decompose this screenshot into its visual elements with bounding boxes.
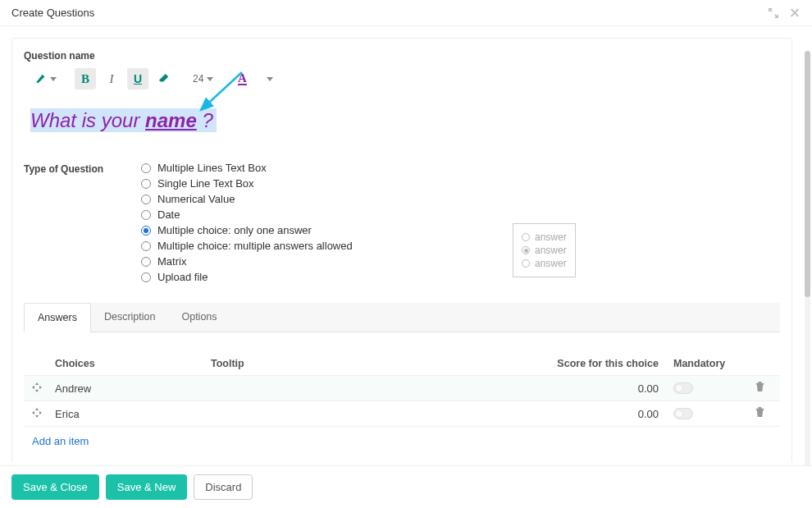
type-option-upload[interactable]: Upload file xyxy=(141,271,353,283)
discard-button[interactable]: Discard xyxy=(194,474,253,500)
style-picker[interactable] xyxy=(30,68,62,89)
radio-label: Multiple Lines Text Box xyxy=(157,162,267,174)
radio-icon xyxy=(522,259,530,268)
save-close-button[interactable]: Save & Close xyxy=(11,474,99,500)
bold-button[interactable]: B xyxy=(75,68,96,89)
mandatory-toggle[interactable] xyxy=(673,408,693,419)
font-size-picker[interactable]: 24 xyxy=(188,68,218,89)
chevron-down-icon xyxy=(267,77,273,81)
drag-handle-icon[interactable] xyxy=(32,382,55,395)
choice-cell[interactable]: Erica xyxy=(55,408,211,420)
answers-table-header: Choices Tooltip Score for this choice Ma… xyxy=(24,352,780,375)
save-new-button[interactable]: Save & New xyxy=(106,474,188,500)
type-option-single-line[interactable]: Single Line Text Box xyxy=(141,177,353,190)
preview-option: answer xyxy=(522,257,567,270)
drag-handle-icon[interactable] xyxy=(32,408,55,420)
scrollbar-track[interactable] xyxy=(805,51,810,508)
footer-actions: Save & Close Save & New Discard xyxy=(0,465,812,508)
radio-label: Date xyxy=(157,208,180,221)
score-cell[interactable]: 0.00 xyxy=(550,382,673,395)
answer-preview-box: answeransweranswer xyxy=(513,223,576,277)
type-option-matrix[interactable]: Matrix xyxy=(141,255,353,268)
type-option-mc-many[interactable]: Multiple choice: multiple answers allowe… xyxy=(141,240,353,252)
answer-row: Erica0.00 xyxy=(24,400,780,426)
col-header-choices: Choices xyxy=(55,358,211,369)
col-header-score: Score for this choice xyxy=(550,358,673,369)
italic-button[interactable]: I xyxy=(101,68,122,89)
radio-label: Matrix xyxy=(157,255,186,268)
font-color-picker[interactable] xyxy=(258,68,279,89)
fullscreen-icon[interactable] xyxy=(768,7,779,19)
radio-icon xyxy=(141,272,151,282)
radio-icon xyxy=(141,257,151,267)
radio-icon xyxy=(141,179,151,189)
underline-button[interactable]: U xyxy=(127,68,148,89)
radio-icon xyxy=(141,163,151,173)
tab-answers[interactable]: Answers xyxy=(24,303,91,332)
question-name-label: Question name xyxy=(24,50,780,62)
radio-label: Multiple choice: multiple answers allowe… xyxy=(157,240,353,252)
chevron-down-icon xyxy=(50,77,57,81)
type-option-mc-one[interactable]: Multiple choice: only one answer xyxy=(141,224,353,236)
add-answer-link[interactable]: Add an item xyxy=(24,426,780,455)
rich-text-toolbar: B I U 24 A xyxy=(30,68,780,89)
answer-row: Andrew0.00 xyxy=(24,375,780,400)
question-name-editor[interactable]: What is your name ? xyxy=(30,103,780,152)
radio-label: Numerical Value xyxy=(157,193,235,205)
tabs: AnswersDescriptionOptions xyxy=(24,303,780,332)
preview-option: answer xyxy=(522,231,567,244)
tab-description[interactable]: Description xyxy=(91,303,169,332)
mandatory-toggle[interactable] xyxy=(673,382,693,394)
type-option-multi-line[interactable]: Multiple Lines Text Box xyxy=(141,162,353,174)
radio-label: Multiple choice: only one answer xyxy=(157,224,312,236)
chevron-down-icon xyxy=(207,77,213,81)
modal-title: Create Questions xyxy=(11,7,94,19)
scrollbar-thumb[interactable] xyxy=(805,51,810,297)
type-of-question-list: Multiple Lines Text BoxSingle Line Text … xyxy=(141,162,353,283)
preview-option: answer xyxy=(522,244,567,257)
type-of-question-label: Type of Question xyxy=(24,162,118,175)
delete-row-icon[interactable] xyxy=(747,407,772,420)
radio-icon xyxy=(141,210,151,220)
radio-icon xyxy=(522,246,530,254)
radio-icon xyxy=(522,233,530,241)
type-option-numeric[interactable]: Numerical Value xyxy=(141,193,353,205)
col-header-mandatory: Mandatory xyxy=(673,358,747,369)
radio-icon xyxy=(141,241,151,251)
col-header-tooltip: Tooltip xyxy=(211,358,550,369)
type-option-date[interactable]: Date xyxy=(141,208,353,221)
radio-icon xyxy=(141,195,151,204)
tab-options[interactable]: Options xyxy=(168,303,230,332)
score-cell[interactable]: 0.00 xyxy=(550,408,673,420)
choice-cell[interactable]: Andrew xyxy=(55,382,211,395)
close-icon[interactable] xyxy=(789,7,801,19)
clear-format-button[interactable] xyxy=(153,68,175,89)
radio-icon xyxy=(141,226,151,236)
font-color-button[interactable]: A xyxy=(231,68,253,89)
radio-label: Single Line Text Box xyxy=(157,177,254,190)
delete-row-icon[interactable] xyxy=(747,382,772,395)
radio-label: Upload file xyxy=(157,271,208,283)
